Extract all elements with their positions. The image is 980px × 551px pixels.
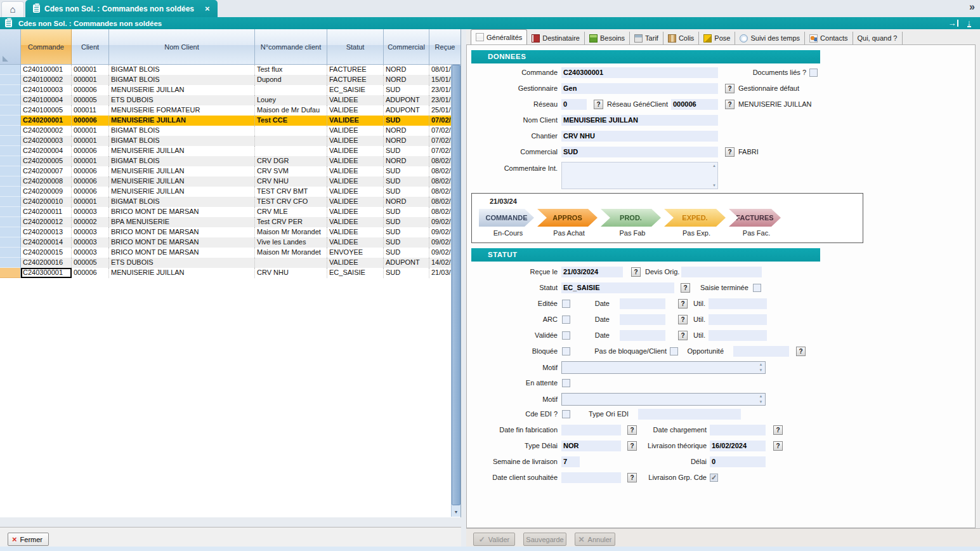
row-selector[interactable] xyxy=(0,217,21,227)
cell-n_commande_client[interactable]: Dupond xyxy=(255,75,327,85)
row-selector[interactable] xyxy=(0,116,21,126)
grid-corner-cell[interactable] xyxy=(0,29,21,65)
cell-nom_client[interactable]: MENUISERIE FORMATEUR xyxy=(109,105,255,116)
row-selector[interactable] xyxy=(0,176,21,187)
documents-lies-checkbox[interactable] xyxy=(809,69,818,77)
cell-nom_client[interactable]: MENUISERIE JUILLAN xyxy=(109,85,255,95)
row-selector[interactable] xyxy=(0,95,21,105)
pas-bloquage-checkbox[interactable] xyxy=(670,347,678,355)
cell-commercial[interactable]: NORD xyxy=(384,75,429,85)
recue-le-lookup-button[interactable]: ? xyxy=(631,267,641,277)
tab-colis[interactable]: Colis xyxy=(663,32,699,44)
cell-n_commande_client[interactable]: Vive les Landes xyxy=(255,237,327,248)
cell-n_commande_client[interactable] xyxy=(255,126,327,136)
cell-statut[interactable]: VALIDEE xyxy=(327,258,384,268)
row-selector[interactable] xyxy=(0,248,21,258)
cell-statut[interactable]: VALIDEE xyxy=(327,237,384,248)
table-row[interactable]: C240200016000005ETS DUBOISVALIDEEADUPONT… xyxy=(0,258,461,268)
date-chargement-lookup-button[interactable]: ? xyxy=(773,425,783,435)
cell-nom_client[interactable]: BRICO MONT DE MARSAN xyxy=(109,248,255,258)
row-selector[interactable] xyxy=(0,126,21,136)
cell-nom_client[interactable]: BIGMAT BLOIS xyxy=(109,156,255,166)
date-client-field[interactable] xyxy=(561,472,621,483)
motif2-field[interactable]: ▲ ▼ xyxy=(561,393,766,406)
gestionnaire-lookup-button[interactable]: ? xyxy=(725,84,735,93)
table-row[interactable]: C240200013000003BRICO MONT DE MARSANMais… xyxy=(0,227,461,237)
row-selector[interactable] xyxy=(0,207,21,217)
table-row[interactable]: C240200015000003BRICO MONT DE MARSANMais… xyxy=(0,248,461,258)
cell-commercial[interactable]: NORD xyxy=(384,126,429,136)
reseau-field[interactable]: 0 xyxy=(561,99,587,110)
cell-client[interactable]: 000006 xyxy=(72,116,109,126)
reseau-geneclient-lookup-button[interactable]: ? xyxy=(725,100,735,109)
cell-commande[interactable]: C240300001 xyxy=(21,268,72,278)
cell-commercial[interactable]: SUD xyxy=(384,217,429,227)
cell-statut[interactable]: VALIDEE xyxy=(327,166,384,176)
valider-button[interactable]: ✓ Valider xyxy=(473,533,515,546)
cell-nom_client[interactable]: MENUISERIE JUILLAN xyxy=(109,268,255,278)
cell-nom_client[interactable]: MENUISERIE JUILLAN xyxy=(109,187,255,197)
cell-commercial[interactable]: ADUPONT xyxy=(384,258,429,268)
cell-nom_client[interactable]: BIGMAT BLOIS xyxy=(109,65,255,75)
row-selector[interactable] xyxy=(0,136,21,146)
cell-nom_client[interactable]: MENUISERIE JUILLAN xyxy=(109,116,255,126)
column-header-6[interactable]: Commercial xyxy=(384,29,429,65)
cell-n_commande_client[interactable] xyxy=(255,85,327,95)
cell-client[interactable]: 000001 xyxy=(72,126,109,136)
arc-checkbox[interactable] xyxy=(562,315,570,324)
cell-commande[interactable]: C240200012 xyxy=(21,217,72,227)
cell-n_commande_client[interactable]: Louey xyxy=(255,95,327,105)
statut-field[interactable]: EC_SAISIE xyxy=(561,282,674,293)
panel-divider[interactable] xyxy=(461,29,466,551)
table-row[interactable]: C240200005000001BIGMAT BLOISCRV DGRVALID… xyxy=(0,156,461,166)
column-header-4[interactable]: N°commande client xyxy=(255,29,327,65)
validee-checkbox[interactable] xyxy=(562,331,570,340)
opportunite-field[interactable] xyxy=(733,346,789,357)
spinner-up-icon[interactable]: ▲ xyxy=(757,394,764,399)
motif-field[interactable]: ▲ ▼ xyxy=(561,361,766,374)
cell-nom_client[interactable]: BIGMAT BLOIS xyxy=(109,136,255,146)
go-to-end-icon[interactable]: → xyxy=(948,20,958,27)
cell-n_commande_client[interactable]: CRV SVM xyxy=(255,166,327,176)
table-row[interactable]: C240100001000001BIGMAT BLOISTest fluxFAC… xyxy=(0,65,461,75)
cell-client[interactable]: 000003 xyxy=(72,248,109,258)
cell-commande[interactable]: C240100002 xyxy=(21,75,72,85)
table-row[interactable]: C240100004000005ETS DUBOISLoueyVALIDEEAD… xyxy=(0,95,461,105)
cell-client[interactable]: 000005 xyxy=(72,95,109,105)
row-selector[interactable] xyxy=(0,197,21,207)
semaine-livraison-field[interactable]: 7 xyxy=(561,456,580,467)
spinner-down-icon[interactable]: ▼ xyxy=(757,368,764,373)
table-row[interactable]: C240200001000006MENUISERIE JUILLANTest C… xyxy=(0,116,461,126)
cell-statut[interactable]: FACTUREE xyxy=(327,65,384,75)
saisie-terminee-checkbox[interactable] xyxy=(753,284,761,292)
row-selector[interactable] xyxy=(0,75,21,85)
fermer-button[interactable]: × Fermer xyxy=(8,533,49,546)
tab-destinataire[interactable]: Destinataire xyxy=(527,32,585,44)
en-attente-checkbox[interactable] xyxy=(562,379,570,387)
tab-pose[interactable]: Pose xyxy=(699,32,735,44)
cell-commande[interactable]: C240200009 xyxy=(21,187,72,197)
cell-statut[interactable]: VALIDEE xyxy=(327,197,384,207)
row-selector[interactable] xyxy=(0,85,21,95)
editee-checkbox[interactable] xyxy=(562,300,570,308)
cell-client[interactable]: 000001 xyxy=(72,75,109,85)
cell-client[interactable]: 000011 xyxy=(72,105,109,116)
cell-commande[interactable]: C240200003 xyxy=(21,136,72,146)
annuler-button[interactable]: ✕ Annuler xyxy=(575,533,615,546)
cde-edi-checkbox[interactable] xyxy=(562,410,570,418)
row-selector[interactable] xyxy=(0,237,21,248)
cell-commande[interactable]: C240100005 xyxy=(21,105,72,116)
sauvegarde-button[interactable]: Sauvegarde xyxy=(523,533,566,546)
cell-commande[interactable]: C240200011 xyxy=(21,207,72,217)
cell-commande[interactable]: C240200008 xyxy=(21,176,72,187)
row-selector[interactable] xyxy=(0,146,21,156)
table-row[interactable]: C240200008000006MENUISERIE JUILLANCRV NH… xyxy=(0,176,461,187)
cell-nom_client[interactable]: MENUISERIE JUILLAN xyxy=(109,176,255,187)
tab-contacts[interactable]: Contacts xyxy=(805,32,853,44)
arc-util-field[interactable] xyxy=(709,314,767,325)
cell-n_commande_client[interactable]: Test CRV PER xyxy=(255,217,327,227)
cell-commande[interactable]: C240200010 xyxy=(21,197,72,207)
editee-util-field[interactable] xyxy=(709,298,767,309)
cell-commercial[interactable]: NORD xyxy=(384,197,429,207)
commentaire-field[interactable]: ▲ ▼ xyxy=(561,162,718,189)
